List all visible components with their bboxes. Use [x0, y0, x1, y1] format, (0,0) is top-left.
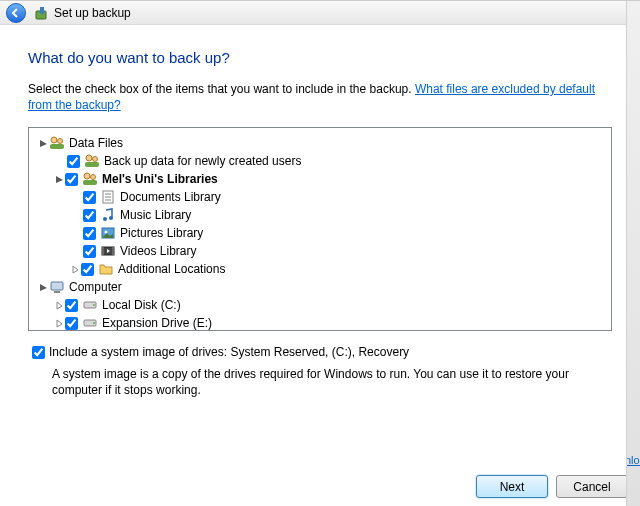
- node-label: Back up data for newly created users: [104, 154, 301, 168]
- backup-items-tree[interactable]: Data Files Back up data for newly create…: [28, 127, 612, 331]
- svg-point-5: [93, 157, 98, 162]
- window-title: Set up backup: [54, 6, 131, 20]
- checkbox-music[interactable]: [83, 209, 96, 222]
- node-label: Data Files: [69, 136, 123, 150]
- page-heading: What do you want to back up?: [28, 49, 612, 66]
- titlebar: Set up backup: [0, 1, 640, 25]
- document-icon: [100, 189, 116, 205]
- partial-text: wnloa: [626, 454, 640, 466]
- tree-node-new-users[interactable]: Back up data for newly created users: [33, 152, 607, 170]
- tree-node-pictures[interactable]: Pictures Library: [33, 224, 607, 242]
- expander-icon[interactable]: [37, 139, 49, 148]
- users-icon: [84, 153, 100, 169]
- cancel-button[interactable]: Cancel: [556, 475, 628, 498]
- checkbox-new-users[interactable]: [67, 155, 80, 168]
- svg-rect-20: [112, 247, 114, 255]
- svg-rect-3: [50, 144, 64, 149]
- svg-point-2: [58, 139, 63, 144]
- checkbox-additional[interactable]: [81, 263, 94, 276]
- expander-icon[interactable]: [37, 283, 49, 292]
- svg-point-1: [51, 137, 57, 143]
- expander-collapsed-icon[interactable]: [69, 265, 81, 274]
- users-icon: [82, 171, 98, 187]
- users-icon: [49, 135, 65, 151]
- tree-node-videos[interactable]: Videos Library: [33, 242, 607, 260]
- tree-node-user-libraries[interactable]: Mel's Uni's Libraries: [33, 170, 607, 188]
- expander-icon[interactable]: [53, 175, 65, 184]
- checkbox-pictures[interactable]: [83, 227, 96, 240]
- svg-point-7: [84, 173, 90, 179]
- tree-node-data-files[interactable]: Data Files: [33, 134, 607, 152]
- folder-icon: [98, 261, 114, 277]
- checkbox-documents[interactable]: [83, 191, 96, 204]
- instruction-text: Select the check box of the items that y…: [28, 82, 612, 113]
- node-label: Expansion Drive (E:): [102, 316, 212, 330]
- checkbox-drive-c[interactable]: [65, 299, 78, 312]
- drive-icon: [82, 315, 98, 331]
- pictures-icon: [100, 225, 116, 241]
- system-image-description: A system image is a copy of the drives r…: [52, 367, 612, 398]
- svg-point-8: [91, 175, 96, 180]
- node-label: Music Library: [120, 208, 191, 222]
- backup-wizard-window: Set up backup What do you want to back u…: [0, 0, 640, 506]
- instruction-prefix: Select the check box of the items that y…: [28, 82, 415, 96]
- checkbox-system-image[interactable]: [32, 346, 45, 359]
- tree-node-documents[interactable]: Documents Library: [33, 188, 607, 206]
- back-button[interactable]: [6, 3, 26, 23]
- svg-rect-19: [102, 247, 104, 255]
- node-label: Computer: [69, 280, 122, 294]
- drive-icon: [82, 297, 98, 313]
- node-label: Documents Library: [120, 190, 221, 204]
- svg-point-26: [93, 322, 95, 324]
- svg-rect-6: [85, 162, 99, 167]
- checkbox-drive-e[interactable]: [65, 317, 78, 330]
- node-label: Pictures Library: [120, 226, 203, 240]
- next-button[interactable]: Next: [476, 475, 548, 498]
- checkbox-videos[interactable]: [83, 245, 96, 258]
- svg-point-24: [93, 304, 95, 306]
- expander-collapsed-icon[interactable]: [53, 319, 65, 328]
- background-window-edge: wnloa: [626, 1, 640, 506]
- videos-icon: [100, 243, 116, 259]
- node-label: Mel's Uni's Libraries: [102, 172, 218, 186]
- computer-icon: [49, 279, 65, 295]
- svg-rect-9: [83, 180, 97, 185]
- backup-icon: [34, 5, 50, 21]
- tree-node-drive-c[interactable]: Local Disk (C:): [33, 296, 607, 314]
- system-image-label: Include a system image of drives: System…: [49, 345, 409, 359]
- tree-node-music[interactable]: Music Library: [33, 206, 607, 224]
- svg-point-14: [103, 217, 107, 221]
- svg-rect-22: [54, 291, 60, 293]
- node-label: Additional Locations: [118, 262, 225, 276]
- tree-node-drive-e[interactable]: Expansion Drive (E:): [33, 314, 607, 331]
- music-icon: [100, 207, 116, 223]
- content-area: What do you want to back up? Select the …: [0, 25, 640, 398]
- svg-point-4: [86, 155, 92, 161]
- svg-point-15: [109, 216, 113, 220]
- node-label: Local Disk (C:): [102, 298, 181, 312]
- footer-buttons: Next Cancel: [476, 475, 628, 498]
- expander-collapsed-icon[interactable]: [53, 301, 65, 310]
- tree-node-computer[interactable]: Computer: [33, 278, 607, 296]
- node-label: Videos Library: [120, 244, 197, 258]
- tree-node-additional[interactable]: Additional Locations: [33, 260, 607, 278]
- svg-rect-21: [51, 282, 63, 290]
- system-image-row: Include a system image of drives: System…: [28, 345, 612, 359]
- checkbox-user-libraries[interactable]: [65, 173, 78, 186]
